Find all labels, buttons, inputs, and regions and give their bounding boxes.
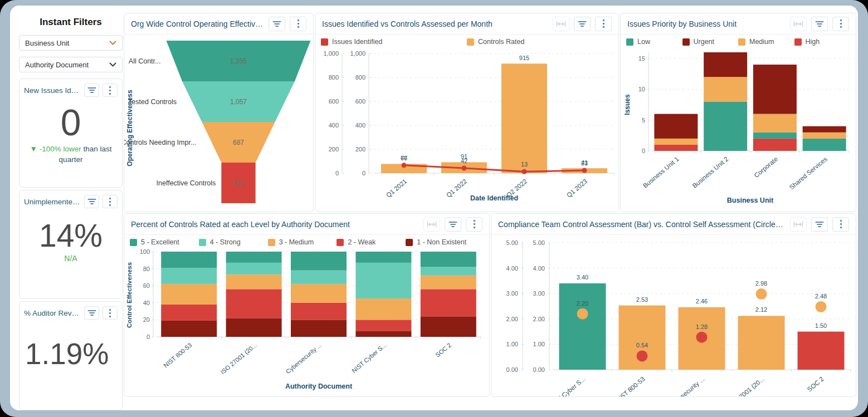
- y-tick-label: 2.00: [533, 316, 545, 322]
- kebab-menu-icon[interactable]: [103, 195, 118, 208]
- stack-3-medium-nist-800-53[interactable]: [161, 284, 217, 305]
- stack-urgent-business-unit-2[interactable]: [704, 52, 747, 77]
- stack-2-weak-nist-cyber-s[interactable]: [355, 320, 411, 331]
- stack-3-medium-iso-27001-20[interactable]: [226, 274, 282, 289]
- point-soc-2[interactable]: [816, 301, 827, 312]
- kebab-menu-icon[interactable]: [595, 17, 612, 31]
- kebab-menu-icon[interactable]: [103, 84, 118, 97]
- bar-soc-2[interactable]: [798, 332, 845, 370]
- chevron-down-icon: [109, 62, 116, 67]
- stack-5-excellent-nist-cyber-s[interactable]: [355, 252, 411, 263]
- stack-medium-corporate[interactable]: [753, 114, 797, 133]
- legend-item-4-strong[interactable]: 4 - Strong: [199, 238, 268, 246]
- stack-3-medium-nist-cyber-s[interactable]: [355, 298, 411, 320]
- legend-item-2-weak[interactable]: 2 - Weak: [337, 238, 406, 246]
- stack-3-medium-cybersecurity[interactable]: [291, 284, 347, 303]
- stack-low-business-unit-2[interactable]: [704, 101, 747, 151]
- stack-4-strong-nist-cyber-s[interactable]: [355, 263, 411, 298]
- legend-item-1-non-existent[interactable]: 1 - Non Existent: [406, 238, 475, 246]
- point-iso-27001-20[interactable]: [756, 288, 767, 300]
- stack-1-non-existent-cybersecurity[interactable]: [291, 320, 347, 337]
- authority-document-select[interactable]: Authority Document: [19, 57, 123, 72]
- stack-urgent-shared-services[interactable]: [803, 126, 846, 133]
- legend-item-low[interactable]: Low: [626, 38, 682, 46]
- stack-urgent-corporate[interactable]: [753, 65, 797, 114]
- x-tick-label: NIST 800-53: [162, 341, 193, 369]
- stack-2-weak-nist-800-53[interactable]: [161, 305, 217, 321]
- stack-4-strong-nist-800-53[interactable]: [161, 268, 217, 284]
- stack-low-corporate[interactable]: [753, 133, 797, 139]
- line-point[interactable]: [402, 163, 407, 168]
- stack-1-non-existent-nist-800-53[interactable]: [161, 321, 217, 337]
- point-nist-800-53[interactable]: [637, 350, 648, 361]
- line-point[interactable]: [462, 165, 467, 170]
- filter-icon[interactable]: [84, 306, 99, 320]
- fit-width-icon[interactable]: [423, 217, 440, 232]
- bar-q2-2022[interactable]: [501, 63, 547, 173]
- business-unit-select[interactable]: Business Unit: [19, 35, 123, 51]
- stack-medium-business-unit-2[interactable]: [704, 77, 747, 101]
- fit-width-icon[interactable]: [553, 17, 569, 31]
- stack-2-weak-soc-2[interactable]: [421, 289, 476, 316]
- line-point[interactable]: [582, 168, 587, 173]
- x-axis-title: Business Unit: [727, 197, 774, 204]
- stack-high-corporate[interactable]: [753, 139, 797, 151]
- line-series[interactable]: [404, 165, 584, 171]
- legend-item-urgent[interactable]: Urgent: [682, 38, 739, 46]
- stack-3-medium-soc-2[interactable]: [421, 276, 476, 289]
- legend-label: 1 - Non Existent: [417, 238, 466, 246]
- stack-1-non-existent-nist-cyber-s[interactable]: [355, 331, 411, 337]
- filter-icon[interactable]: [269, 17, 285, 31]
- filter-icon[interactable]: [84, 195, 99, 208]
- stack-4-strong-soc-2[interactable]: [421, 267, 476, 276]
- kebab-menu-icon[interactable]: [103, 306, 118, 320]
- point-cybersecurity[interactable]: [696, 332, 708, 343]
- point-value-label: 2.98: [755, 280, 767, 287]
- legend-item-issues-identified[interactable]: Issues Identified: [321, 38, 467, 46]
- stack-1-non-existent-iso-27001-20[interactable]: [226, 318, 282, 337]
- kpi-card-unimplemented: Unimplemented Con... 14% N/A: [19, 190, 123, 299]
- bar-iso-27001-20[interactable]: [738, 316, 785, 370]
- fit-width-icon[interactable]: [790, 17, 807, 31]
- kebab-menu-icon[interactable]: [832, 217, 849, 232]
- stack-medium-business-unit-1[interactable]: [654, 139, 698, 145]
- legend-item-controls-rated[interactable]: Controls Rated: [467, 38, 613, 46]
- stack-4-strong-cybersecurity[interactable]: [291, 271, 347, 284]
- stack-high-business-unit-1[interactable]: [654, 145, 698, 151]
- filter-icon[interactable]: [84, 84, 99, 97]
- kebab-menu-icon[interactable]: [832, 17, 849, 31]
- panel-issues-priority: Issues Priority by Business Unit LowUrge…: [620, 13, 856, 212]
- filter-icon[interactable]: [574, 17, 591, 31]
- x-tick-label: Corporate: [753, 155, 779, 179]
- filter-icon[interactable]: [445, 217, 461, 232]
- stack-medium-shared-services[interactable]: [803, 133, 846, 139]
- filter-icon[interactable]: [811, 217, 828, 232]
- bar-value-label: 2.53: [636, 296, 648, 303]
- kebab-menu-icon[interactable]: [290, 17, 306, 31]
- funnel-stage-label: Ineffective Controls: [157, 179, 216, 187]
- stack-5-excellent-cybersecurity[interactable]: [291, 252, 347, 271]
- stack-5-excellent-nist-800-53[interactable]: [161, 252, 217, 268]
- point-nist-cyber-s[interactable]: [577, 308, 588, 320]
- stack-5-excellent-soc-2[interactable]: [421, 252, 476, 267]
- x-tick-label: SOC 2: [806, 375, 825, 393]
- stack-urgent-business-unit-1[interactable]: [654, 114, 698, 139]
- legend-item-3-medium[interactable]: 3 - Medium: [268, 238, 337, 246]
- stack-2-weak-cybersecurity[interactable]: [291, 303, 347, 320]
- stack-2-weak-iso-27001-20[interactable]: [226, 289, 282, 318]
- stack-low-shared-services[interactable]: [803, 139, 846, 151]
- legend-item-high[interactable]: High: [794, 38, 851, 46]
- line-point[interactable]: [522, 169, 527, 174]
- legend-chip: [467, 38, 474, 46]
- bar-nist-cyber-s[interactable]: [559, 283, 606, 370]
- kebab-menu-icon[interactable]: [466, 217, 482, 232]
- stack-4-strong-iso-27001-20[interactable]: [226, 263, 282, 274]
- fit-width-icon[interactable]: [790, 217, 807, 232]
- stack-5-excellent-iso-27001-20[interactable]: [226, 252, 282, 263]
- y-tick-label: 200: [355, 146, 365, 153]
- legend-item-medium[interactable]: Medium: [738, 38, 794, 46]
- legend-item-5-excellent[interactable]: 5 - Excellent: [130, 238, 199, 246]
- filter-icon[interactable]: [811, 17, 828, 31]
- x-tick-label: Cybersecurity ...: [666, 375, 705, 397]
- stack-1-non-existent-soc-2[interactable]: [421, 316, 476, 337]
